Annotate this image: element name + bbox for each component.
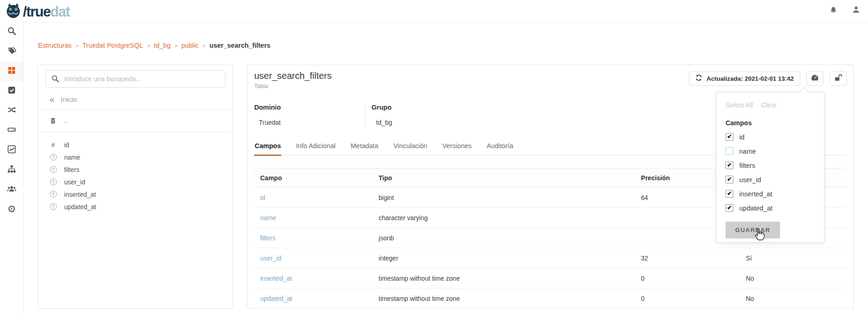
structure-type-label: Tabla <box>254 83 332 89</box>
list-item[interactable]: ? updated_at <box>38 200 233 213</box>
checkbox[interactable] <box>726 190 733 198</box>
structure-header: user_search_filters Tabla <box>254 71 332 89</box>
column-option-updated-at[interactable]: updated_at <box>726 204 815 212</box>
sidebar-item-insights[interactable] <box>0 140 23 160</box>
list-item[interactable]: # id <box>38 139 233 151</box>
breadcrumb-link[interactable]: Estructuras <box>38 42 71 49</box>
sitemap-icon <box>7 165 16 175</box>
back-to-home[interactable]: « Inicio <box>38 90 233 109</box>
sidebar-item-settings[interactable]: ⚙ <box>0 200 23 219</box>
checkbox[interactable] <box>726 133 733 141</box>
sidebar-item-relations[interactable] <box>0 101 23 121</box>
field-link[interactable]: id <box>254 194 379 201</box>
list-item[interactable]: ? user_id <box>38 176 233 188</box>
tab-info-adicional[interactable]: Info Adicional <box>295 138 336 155</box>
column-option-id[interactable]: id <box>726 133 815 141</box>
sidebar-item-tags[interactable] <box>0 42 23 61</box>
option-label: user_id <box>739 176 761 183</box>
sidebar-item-search[interactable] <box>0 22 23 42</box>
grupo-label: Grupo <box>371 104 491 111</box>
refresh-updated-button[interactable]: Actualizada: 2021-02-01 13:42 <box>689 72 800 86</box>
notifications-bell-icon[interactable] <box>829 5 838 14</box>
tab-vinculacion[interactable]: Vinculación <box>393 138 428 155</box>
clear-button[interactable]: Clear <box>761 101 777 109</box>
chevrons-left-icon: « <box>49 96 55 103</box>
breadcrumb-link[interactable]: Truedat PostgreSQL <box>82 42 143 49</box>
breadcrumb-link[interactable]: public <box>181 42 199 49</box>
unlock-button[interactable] <box>830 71 847 86</box>
sidebar-rail: ⚙ <box>0 22 24 316</box>
structure-explorer-panel: « Inicio .. # id ? name <box>38 65 233 309</box>
column-option-filters[interactable]: filters <box>726 161 815 169</box>
list-item[interactable]: ? inserted_at <box>38 188 233 200</box>
breadcrumb-current: user_search_filters <box>209 42 270 49</box>
truedat-logo[interactable]: /truedat <box>5 2 70 22</box>
parent-directory-item[interactable]: .. <box>38 110 233 132</box>
select-all-button[interactable]: Select All <box>726 101 753 109</box>
column-header-campo: Campo <box>254 174 379 182</box>
checkbox[interactable] <box>726 147 733 155</box>
check-square-icon <box>7 86 16 96</box>
hard-drive-icon <box>7 125 16 136</box>
checkbox[interactable] <box>726 161 733 169</box>
column-option-inserted-at[interactable]: inserted_at <box>726 190 815 198</box>
field-nullable: No <box>746 275 846 282</box>
field-link[interactable]: name <box>254 214 379 222</box>
sidebar-item-structures[interactable] <box>0 61 23 81</box>
field-nullable: Sí <box>746 255 846 262</box>
field-label: updated_at <box>64 203 96 211</box>
breadcrumb-separator: > <box>75 42 79 49</box>
field-label: id <box>64 141 69 149</box>
save-button[interactable]: GUARDAR <box>726 222 780 238</box>
field-label: user_id <box>64 178 85 186</box>
field-link[interactable]: user_id <box>254 255 379 262</box>
search-input[interactable] <box>45 70 225 88</box>
breadcrumb: Estructuras > Truedat PostgreSQL > td_bg… <box>38 42 270 49</box>
logo-wordmark: /truedat <box>23 3 70 21</box>
shuffle-icon <box>7 105 16 116</box>
field-link[interactable]: inserted_at <box>254 275 379 282</box>
sidebar-item-lineage[interactable] <box>0 160 23 180</box>
dominio-value: Truedat <box>254 119 365 126</box>
tab-auditoria[interactable]: Auditoría <box>486 138 514 155</box>
grupo-value: td_bg <box>371 119 491 126</box>
field-link[interactable]: updated_at <box>254 295 379 302</box>
list-item[interactable]: ? filters <box>38 163 233 176</box>
checkbox[interactable] <box>726 176 733 183</box>
tab-campos[interactable]: Campos <box>254 138 281 156</box>
option-label: id <box>739 133 744 141</box>
checkbox[interactable] <box>726 204 733 212</box>
gear-icon: ⚙ <box>7 205 16 214</box>
breadcrumb-link[interactable]: td_bg <box>154 42 170 49</box>
field-precision: 0 <box>641 275 746 282</box>
question-circle-icon: ? <box>50 154 57 161</box>
field-label: inserted_at <box>64 191 96 198</box>
user-account-icon[interactable] <box>852 5 861 14</box>
sidebar-item-systems[interactable] <box>0 121 23 140</box>
parent-directory-label: .. <box>64 117 67 124</box>
field-label: filters <box>64 166 79 173</box>
search-box <box>45 70 225 88</box>
tab-versiones[interactable]: Versiones <box>442 138 472 155</box>
field-list: # id ? name ? filters ? user_id ? insert… <box>38 133 233 219</box>
column-settings-button[interactable] <box>806 71 824 86</box>
option-label: name <box>739 148 756 155</box>
question-circle-icon: ? <box>50 191 57 198</box>
tab-metadata[interactable]: Metadata <box>350 138 378 155</box>
breadcrumb-separator: > <box>147 42 150 49</box>
dropdown-group-label: Campos <box>726 119 815 127</box>
sidebar-item-tasks[interactable] <box>0 81 23 101</box>
column-option-name[interactable]: name <box>726 147 815 155</box>
unlock-icon <box>834 74 842 83</box>
field-type: timestamp without time zone <box>379 275 641 282</box>
dominio-label: Dominio <box>254 104 365 111</box>
page: /truedat <box>0 0 868 316</box>
field-link[interactable]: filters <box>254 234 379 242</box>
header-actions: Actualizada: 2021-02-01 13:42 <box>689 71 847 86</box>
sidebar-item-groups[interactable] <box>0 180 23 200</box>
breadcrumb-separator: > <box>174 42 178 49</box>
field-type: integer <box>379 255 641 262</box>
list-item[interactable]: ? name <box>38 151 233 163</box>
chart-line-icon <box>7 145 16 155</box>
column-option-user-id[interactable]: user_id <box>726 176 815 183</box>
